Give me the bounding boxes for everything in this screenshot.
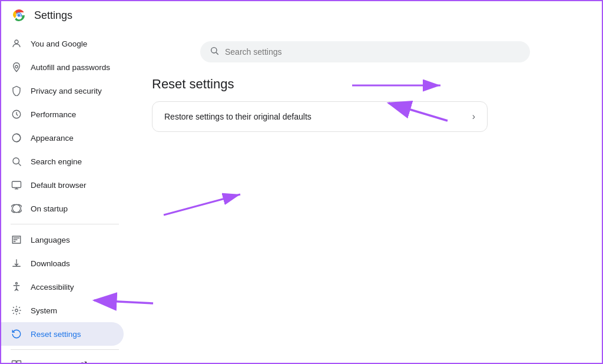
shield-icon <box>11 85 22 97</box>
translate-icon <box>11 234 22 246</box>
svg-rect-15 <box>12 361 16 363</box>
svg-rect-16 <box>17 361 21 363</box>
sidebar-item-label: Autofill and passwords <box>31 63 110 72</box>
sidebar-item-label: On startup <box>31 204 68 213</box>
monitor-icon <box>11 179 22 191</box>
search-icon <box>210 46 219 58</box>
svg-point-12 <box>12 204 21 213</box>
sidebar-item-privacy[interactable]: Privacy and security <box>1 79 124 102</box>
sidebar-item-label: Languages <box>31 236 70 244</box>
sidebar-item-label: You and Google <box>31 39 87 48</box>
restore-defaults-item[interactable]: Restore settings to their original defau… <box>153 102 487 131</box>
sidebar-item-label: Accessibility <box>31 283 74 292</box>
sidebar-item-extensions[interactable]: Extensions <box>1 353 124 363</box>
section-title: Reset settings <box>152 77 578 92</box>
content-area: Reset settings Restore settings to their… <box>128 29 602 363</box>
reset-icon <box>11 328 22 340</box>
sidebar-item-label: Downloads <box>31 259 70 268</box>
svg-point-13 <box>16 283 18 284</box>
external-link-icon <box>80 361 87 363</box>
search-input[interactable] <box>225 47 521 57</box>
sidebar-item-reset-settings[interactable]: Reset settings <box>1 322 124 346</box>
palette-icon <box>11 132 22 144</box>
svg-point-4 <box>15 65 18 68</box>
sidebar-item-label: Reset settings <box>31 330 81 339</box>
svg-point-2 <box>18 14 21 17</box>
restore-defaults-label: Restore settings to their original defau… <box>164 112 312 121</box>
search-bar <box>200 41 530 62</box>
sidebar-item-downloads[interactable]: Downloads <box>1 252 124 275</box>
svg-point-14 <box>15 309 18 312</box>
sidebar-item-autofill[interactable]: Autofill and passwords <box>1 55 124 79</box>
sidebar-item-languages[interactable]: Languages <box>1 228 124 252</box>
sidebar-item-you-and-google[interactable]: You and Google <box>1 32 124 55</box>
main-layout: You and GoogleAutofill and passwordsPriv… <box>1 29 602 363</box>
key-icon <box>11 61 22 73</box>
person-icon <box>11 38 22 49</box>
power-icon <box>11 203 22 214</box>
system-icon <box>11 305 22 316</box>
sidebar-item-label: Appearance <box>31 134 74 143</box>
extensions-icon <box>11 359 22 363</box>
sidebar-item-label: Default browser <box>31 181 87 190</box>
sidebar-item-label: System <box>31 306 57 315</box>
sidebar-item-label: Extensions <box>31 361 69 363</box>
header: Settings <box>1 1 602 29</box>
page-title: Settings <box>34 9 72 22</box>
sidebar-item-search-engine[interactable]: Search engine <box>1 150 124 173</box>
svg-point-7 <box>13 158 19 164</box>
reset-settings-card: Restore settings to their original defau… <box>152 101 488 132</box>
sidebar-item-accessibility[interactable]: Accessibility <box>1 275 124 299</box>
search-icon <box>11 155 22 167</box>
svg-line-24 <box>216 52 218 55</box>
sidebar-item-system[interactable]: System <box>1 299 124 322</box>
svg-line-8 <box>18 163 21 166</box>
sidebar-item-default-browser[interactable]: Default browser <box>1 173 124 197</box>
chevron-right-icon: › <box>472 111 475 122</box>
sidebar-item-label: Performance <box>31 110 76 119</box>
sidebar-item-label: Privacy and security <box>31 87 102 95</box>
svg-point-23 <box>211 48 217 53</box>
sidebar-item-performance[interactable]: Performance <box>1 102 124 126</box>
download-icon <box>11 257 22 269</box>
speedometer-icon <box>11 108 22 120</box>
sidebar-divider <box>11 349 119 350</box>
sidebar: You and GoogleAutofill and passwordsPriv… <box>1 29 128 363</box>
chrome-logo-icon <box>11 7 27 24</box>
accessibility-icon <box>11 281 22 293</box>
sidebar-divider <box>11 224 119 224</box>
sidebar-item-label: Search engine <box>31 157 82 166</box>
sidebar-item-on-startup[interactable]: On startup <box>1 197 124 220</box>
section-header: Reset settings <box>152 77 578 92</box>
svg-point-3 <box>15 40 18 44</box>
svg-rect-9 <box>12 181 21 188</box>
sidebar-item-appearance[interactable]: Appearance <box>1 126 124 150</box>
